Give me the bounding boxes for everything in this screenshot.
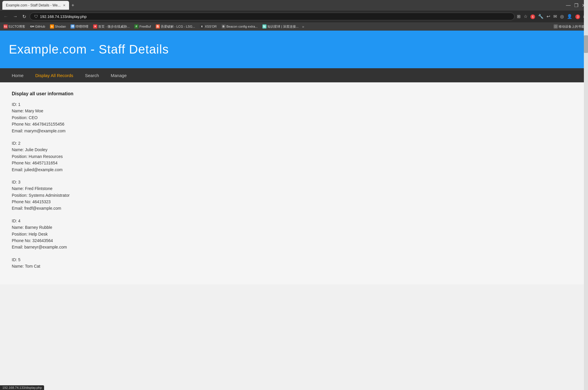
bookmark-favicon-51cto: 51 — [4, 24, 8, 29]
toolbar-icons: ⊞ ☆ 6 🔧 ↩ ✉ ◎ 👤 3 ≡ — [517, 14, 586, 19]
refresh-button[interactable]: ↻ — [21, 13, 27, 20]
bookmark-favicon-freebuf: F — [134, 24, 138, 29]
scrollbar[interactable] — [584, 0, 588, 284]
bookmark-shodan[interactable]: S Shodan — [49, 24, 67, 29]
bookmark-label-weibu: 首页 - 微步在线威胁... — [98, 24, 130, 29]
nav-search[interactable]: Search — [79, 68, 105, 82]
shield-icon: 🛡 — [34, 14, 38, 19]
bookmark-label-xssor: XSS'OR — [205, 25, 217, 28]
bookmark-mobile[interactable]: □ 移动设备上的书签 — [552, 24, 586, 29]
record-1-id: ID: 1 — [12, 101, 576, 108]
record-2-name: Name: Julie Dooley — [12, 146, 576, 153]
bookmark-freebuf[interactable]: F FreeBuf — [133, 24, 152, 29]
bookmark-beep[interactable]: 哔 哔哩哔哩 — [69, 24, 90, 29]
bookmark-icon[interactable]: ☆ — [524, 14, 527, 19]
url-display: 192.168.74.133/display.php — [40, 14, 87, 19]
page-header: Example.com - Staff Details — [0, 31, 588, 68]
maximize-button[interactable]: ❐ — [574, 3, 578, 8]
record-4-email: Email: barneyr@example.com — [12, 244, 576, 250]
bookmark-label-github: GitHub — [35, 25, 45, 28]
bookmark-label-52pojie: 吾爱破解 - LCG - LSG... — [161, 24, 195, 29]
extension-button[interactable]: 🔧 — [538, 14, 544, 19]
bookmark-label-51cto: 51CTO博客 — [9, 24, 25, 29]
bookmark-label-shodan: Shodan — [55, 25, 66, 28]
bookmark-label-freebuf: FreeBuf — [139, 25, 151, 28]
record-3-email: Email: fredf@example.com — [12, 205, 576, 211]
bookmark-favicon-shodan: S — [50, 24, 54, 29]
bookmark-favicon-zhishi: 知 — [262, 24, 267, 29]
profile-badge-2[interactable]: 3 — [575, 14, 580, 19]
browser-chrome: Example.com - Staff Details - We... ✕ + … — [0, 0, 588, 31]
user-record-1: ID: 1 Name: Mary Moe Position: CEO Phone… — [12, 101, 576, 134]
page-content: Display all user information ID: 1 Name:… — [0, 82, 588, 284]
bookmark-52pojie[interactable]: 吾 吾爱破解 - LCG - LSG... — [155, 24, 196, 29]
navigation-bar: Home Display All Records Search Manage — [0, 68, 588, 82]
bookmark-favicon-mobile: □ — [554, 24, 558, 29]
bookmark-beacon[interactable]: B Beacon config extra... — [220, 24, 259, 29]
record-3-id: ID: 3 — [12, 179, 576, 185]
page-wrapper: Example.com - Staff Details Home Display… — [0, 31, 588, 284]
record-2-position: Position: Human Resources — [12, 153, 576, 160]
record-4-phone: Phone No: 324643564 — [12, 237, 576, 244]
extensions-icon[interactable]: ⊞ — [517, 14, 521, 19]
user-record-3: ID: 3 Name: Fred Flintstone Position: Sy… — [12, 179, 576, 212]
bookmark-favicon-xssor: X — [200, 24, 204, 29]
page-title: Example.com - Staff Details — [9, 42, 579, 56]
record-1-email: Email: marym@example.com — [12, 128, 576, 134]
browser-tab[interactable]: Example.com - Staff Details - We... ✕ — [2, 1, 69, 10]
forward-button[interactable]: → — [12, 13, 19, 20]
nav-display-all[interactable]: Display All Records — [29, 68, 79, 82]
record-1-position: Position: CEO — [12, 114, 576, 121]
bookmark-favicon-beep: 哔 — [71, 24, 75, 29]
bookmark-favicon-weibu: ✕ — [93, 24, 97, 29]
sync-icon[interactable]: ◎ — [560, 14, 564, 19]
bookmarks-more-button[interactable]: » — [302, 24, 304, 29]
bookmark-favicon-52pojie: 吾 — [156, 24, 160, 29]
nav-manage[interactable]: Manage — [105, 68, 133, 82]
address-bar[interactable]: 🛡 192.168.74.133/display.php — [30, 13, 515, 20]
bookmark-label-zhishi: 知识星球 | 深度连接... — [267, 24, 299, 29]
bookmark-label-mobile: 移动设备上的书签 — [559, 24, 584, 29]
record-4-id: ID: 4 — [12, 218, 576, 224]
bookmark-github[interactable]: GH GitHub — [29, 24, 46, 29]
record-1-phone: Phone No: 46478415155456 — [12, 121, 576, 127]
scrollbar-thumb[interactable] — [584, 35, 588, 53]
tab-close-button[interactable]: ✕ — [63, 4, 66, 7]
title-bar: Example.com - Staff Details - We... ✕ + … — [0, 0, 588, 11]
bookmark-51cto[interactable]: 51 51CTO博客 — [2, 24, 26, 29]
record-5-name: Name: Tom Cat — [12, 263, 576, 269]
section-title: Display all user information — [12, 91, 576, 96]
bookmark-xssor[interactable]: X XSS'OR — [199, 24, 218, 29]
profile-icon[interactable]: 👤 — [567, 14, 572, 19]
minimize-button[interactable]: — — [566, 3, 571, 8]
bookmark-label-beep: 哔哩哔哩 — [76, 24, 88, 29]
bookmark-weibu[interactable]: ✕ 首页 - 微步在线威胁... — [92, 24, 131, 29]
record-3-phone: Phone No: 46415323 — [12, 199, 576, 205]
record-4-position: Position: Help Desk — [12, 231, 576, 237]
profile-badge[interactable]: 6 — [530, 14, 535, 19]
bookmark-favicon-beacon: B — [222, 24, 226, 29]
record-5-id: ID: 5 — [12, 256, 576, 263]
mail-icon[interactable]: ✉ — [553, 14, 557, 19]
back-button[interactable]: ← — [2, 13, 9, 20]
nav-home[interactable]: Home — [6, 68, 29, 82]
bookmark-zhishi[interactable]: 知 知识星球 | 深度连接... — [261, 24, 300, 29]
tab-title: Example.com - Staff Details - We... — [6, 3, 61, 7]
user-record-2: ID: 2 Name: Julie Dooley Position: Human… — [12, 140, 576, 173]
bookmark-favicon-github: GH — [30, 24, 34, 29]
address-bar-row: ← → ↻ 🛡 192.168.74.133/display.php ⊞ ☆ 6… — [0, 11, 588, 22]
record-2-phone: Phone No: 46457131654 — [12, 160, 576, 166]
window-controls: — ❐ ✕ — [566, 3, 586, 8]
new-tab-button[interactable]: + — [71, 3, 74, 8]
record-4-name: Name: Barney Rubble — [12, 224, 576, 231]
record-2-id: ID: 2 — [12, 140, 576, 146]
bookmark-label-beacon: Beacon config extra... — [227, 25, 258, 28]
user-record-4: ID: 4 Name: Barney Rubble Position: Help… — [12, 218, 576, 251]
record-2-email: Email: julied@example.com — [12, 166, 576, 173]
bookmarks-bar: 51 51CTO博客 GH GitHub S Shodan 哔 哔哩哔哩 ✕ 首… — [0, 22, 588, 31]
user-record-5: ID: 5 Name: Tom Cat — [12, 256, 576, 270]
undo-icon[interactable]: ↩ — [547, 14, 550, 19]
record-3-name: Name: Fred Flintstone — [12, 185, 576, 192]
record-1-name: Name: Mary Moe — [12, 108, 576, 114]
record-3-position: Position: Systems Administrator — [12, 192, 576, 199]
